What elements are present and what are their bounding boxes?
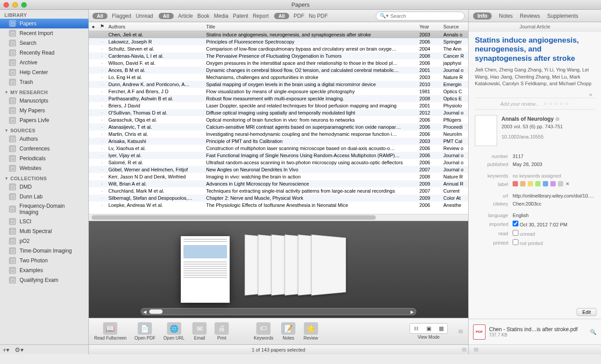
collapse-icon[interactable]: » (475, 91, 595, 98)
filter-pdf[interactable]: PDF (294, 13, 304, 19)
toolbar-button[interactable]: 🖨Print (215, 322, 229, 340)
sidebar-item[interactable]: ▢Examples (0, 265, 88, 275)
table-row[interactable]: ▫Lv, Xiaohua et al.Construction of multi… (89, 145, 468, 152)
table-row[interactable]: ▫Lo, Eng H et al.Mechanisms, challenges … (89, 74, 468, 81)
sidebar-section-title[interactable]: ▼MY RESEARCH (0, 87, 88, 96)
resize-grip-icon[interactable] (462, 341, 466, 359)
table-row[interactable]: ▫Lakowicz, Joseph RPrinciples of Fluores… (89, 38, 468, 45)
sidebar-item[interactable]: ▢Trash (0, 77, 88, 87)
sidebar-item[interactable]: ▢pO2 (0, 236, 88, 246)
view-mode-list-icon[interactable]: ▣ (423, 324, 434, 332)
sidebar-item[interactable]: ▢Qualifying Exam (0, 275, 88, 285)
preview-cover[interactable] (181, 236, 230, 303)
table-row[interactable]: ▫Atanasijevic, T et al.Calcium-sensitive… (89, 123, 468, 131)
col-year[interactable]: Year (419, 24, 442, 29)
table-row[interactable]: ▫Göbel, Werner and Helmchen, FritjofNew … (89, 166, 468, 173)
table-row[interactable]: ▫O'Sullivan, Thomas D et al.Diffuse opti… (89, 109, 468, 116)
sidebar-item[interactable]: ▢Papers (0, 19, 88, 28)
preview-stack[interactable] (243, 232, 376, 307)
table-row[interactable]: ▫Ances, B M et al.Dynamic changes in cer… (89, 67, 468, 74)
toolbar-button[interactable]: 🌐Open URL (163, 322, 184, 340)
table-row[interactable]: ▫Arisaka, KatsushiPrinciple of PMT and I… (89, 138, 468, 145)
edit-button[interactable]: Edit (577, 308, 597, 316)
sidebar-item[interactable]: ▢Authors (0, 134, 88, 144)
sidebar-item[interactable]: ▢Frequency-Domain Imaging (0, 202, 88, 217)
table-row[interactable]: ▫Martin, Chris et al.Investigating neura… (89, 131, 468, 138)
col-flag[interactable]: ⚑ (98, 24, 107, 29)
sidebar-item[interactable]: ▢Time-Domain Imaging (0, 246, 88, 256)
horizontal-scrollbar[interactable] (89, 214, 468, 221)
table-row[interactable]: ▫Cardenas-Navia, L I et al.The Pervasive… (89, 52, 468, 59)
col-unread[interactable]: ● (89, 24, 98, 29)
toolbar-button[interactable]: ✉Email (192, 322, 207, 340)
sidebar-item[interactable]: ▢Archive (0, 58, 88, 67)
table-row[interactable]: ▫Schultz, Steven et al.Comparison of low… (89, 45, 468, 52)
filter-all-2[interactable]: All (159, 13, 174, 19)
sidebar-item[interactable]: ▢DMD (0, 182, 88, 192)
tab-supplements[interactable]: Supplements (547, 13, 578, 19)
preview-scroll-right[interactable]: ▶ (410, 309, 414, 314)
attached-file[interactable]: PDF Chen - Statins ind…is after stroke.p… (469, 319, 601, 344)
label-swatches[interactable]: ✕ (513, 181, 595, 187)
sidebar-item[interactable]: ▢Help Center (0, 67, 88, 77)
quicklook-icon[interactable]: 🔍 (590, 329, 597, 335)
table-row[interactable]: ▫Wilt, Brian A et al.Advances in Light M… (89, 180, 468, 187)
table-row[interactable]: ▫Briers, J DavidLaser Doppler, speckle a… (89, 102, 468, 109)
sidebar-item[interactable]: ▢Search (0, 38, 88, 48)
toolbar-button[interactable]: 📖Read Fullscreen (94, 322, 127, 340)
filter-unread[interactable]: Unread (135, 13, 153, 19)
review-prompt[interactable]: Add your review... ☆☆☆☆☆ (475, 98, 595, 110)
table-row[interactable]: ▫Iyer, Vijay et al.Fast Functional Imagi… (89, 152, 468, 159)
filter-all-1[interactable]: All (92, 13, 107, 19)
table-row[interactable]: ▫Dunn, Andrew K. and Ponticorvo, A…Spati… (89, 81, 468, 88)
table-row[interactable]: ▫Churchland, Mark M et al.Techniques for… (89, 187, 468, 194)
col-authors[interactable]: Authors (107, 24, 204, 29)
sidebar-item[interactable]: ▢Papers Livfe (0, 115, 88, 125)
table-row[interactable]: ▫Salomé, R et al.Ultrafast random-access… (89, 159, 468, 166)
sidebar-section-title[interactable]: ▼COLLECTIONS (0, 173, 88, 182)
sidebar-item[interactable]: ▢Manuscripts (0, 96, 88, 106)
search-input[interactable] (390, 13, 461, 19)
sidebar-item[interactable]: ▢Websites (0, 163, 88, 173)
tab-notes[interactable]: Notes (499, 13, 513, 19)
table-row[interactable]: ▫Kerr, Jason N D and Denk, WinfriedImagi… (89, 173, 468, 180)
toolbar-button[interactable]: 🏷Keywords (254, 322, 273, 340)
resize-grip-icon[interactable] (458, 323, 463, 340)
sidebar-item[interactable]: ▢Multi Spectral (0, 226, 88, 236)
filter-patent[interactable]: Patent (233, 13, 248, 19)
sidebar-item[interactable]: ▢LSCI (0, 217, 88, 226)
sidebar-item[interactable]: ▢My Papers (0, 106, 88, 115)
table-row[interactable]: ▫Silbernagl, Stefan and Despopuolos,…Cha… (89, 194, 468, 202)
add-button[interactable]: +▾ (3, 346, 9, 353)
minimize-window-button[interactable] (12, 2, 18, 8)
col-title[interactable]: Title (204, 24, 419, 29)
filter-article[interactable]: Article (178, 13, 193, 19)
meta-url[interactable]: http://onlinelibrary.wiley.com/doi/10.… (513, 193, 595, 198)
filter-flagged[interactable]: Flagged (112, 13, 131, 19)
table-row[interactable]: ▫Loepke, Andreas W et al.The Physiologic… (89, 202, 468, 209)
col-source[interactable]: Source (442, 24, 468, 29)
sidebar-section-title[interactable]: ▼SOURCES (0, 125, 88, 134)
settings-gear-icon[interactable]: ⚙▾ (15, 346, 24, 353)
table-row[interactable]: ▫Garaschuk, Olga et al.Optical monitorin… (89, 116, 468, 123)
search-box[interactable]: 🔍▾ (376, 12, 465, 20)
toolbar-button[interactable]: 📄Open PDF (135, 322, 155, 340)
tab-info[interactable]: Info (473, 12, 492, 20)
table-row[interactable]: ▫Chen, Jieli et al.Statins induce angiog… (89, 31, 468, 38)
close-window-button[interactable] (4, 2, 9, 8)
filter-nopdf[interactable]: No PDF (309, 13, 328, 19)
sidebar-item[interactable]: ▢Two Photon (0, 256, 88, 265)
preview-scrollbar[interactable]: ◀ ▶ (141, 308, 416, 315)
sidebar-item[interactable]: ▢Conferences (0, 144, 88, 154)
table-row[interactable]: ▫Fercher, A F and Briers, J DFlow visual… (89, 88, 468, 95)
sidebar-section-title[interactable]: LIBRARY (0, 10, 88, 19)
table-row[interactable]: ▫Parthasarathy, Ashwin B et al.Robust fl… (89, 95, 468, 102)
toolbar-button[interactable]: ⭐Review (303, 322, 318, 340)
filter-book[interactable]: Book (197, 13, 209, 19)
sidebar-item[interactable]: ▢Periodicals (0, 154, 88, 163)
view-mode-barcode-icon[interactable]: ⦀⦀ (411, 324, 422, 332)
filter-all-3[interactable]: All (274, 13, 289, 19)
filter-report[interactable]: Report (253, 13, 269, 19)
sidebar-item[interactable]: ▢Recent Import (0, 28, 88, 38)
sidebar-item[interactable]: ▢Recently Read (0, 48, 88, 58)
